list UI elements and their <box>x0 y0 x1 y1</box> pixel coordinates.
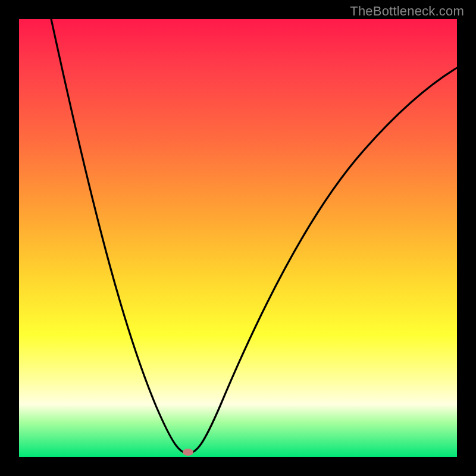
plot-area <box>19 19 457 457</box>
curve-svg <box>19 19 457 457</box>
optimal-marker <box>183 449 193 456</box>
bottleneck-curve <box>51 19 457 453</box>
chart-frame: TheBottleneck.com <box>0 0 476 476</box>
watermark-text: TheBottleneck.com <box>350 4 464 19</box>
